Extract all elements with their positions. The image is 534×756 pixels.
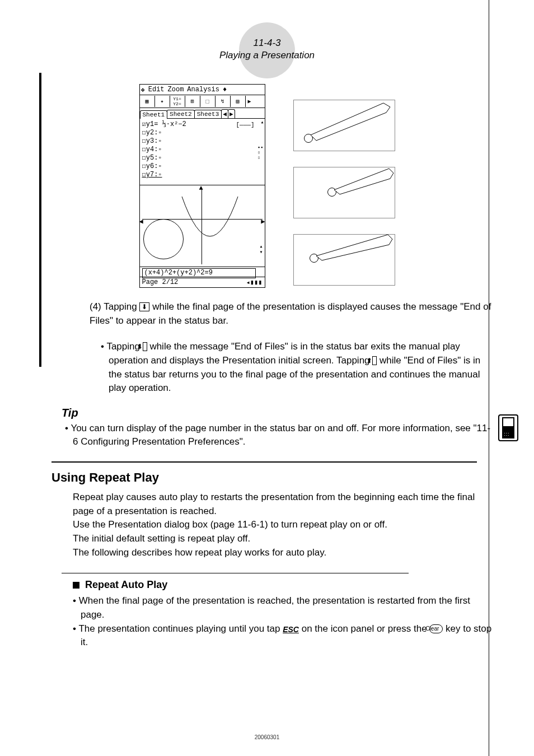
section-divider xyxy=(51,461,477,463)
graph-circle xyxy=(143,219,184,259)
menu-edit: Edit xyxy=(148,86,165,94)
content-left-bar xyxy=(39,73,41,367)
auto-b1: When the final page of the presentation … xyxy=(79,595,470,620)
toolbar-more-arrow-icon: ▶ xyxy=(246,96,254,107)
tip-heading: Tip xyxy=(62,407,495,419)
repeat-p1: Repeat play causes auto play to restarts… xyxy=(73,491,495,518)
status-page: Page 2/12 xyxy=(142,278,179,286)
auto-b2a: The presentation continues playing until… xyxy=(78,623,283,634)
equation-list: ☑y1= ⅓·x²−2 [———] ☐y2:▫ ☐y3:▫ ☐y4:▫ ☐y5:… xyxy=(140,119,265,185)
tool-icon-5: ⬚ xyxy=(200,96,216,107)
tool-icon-4: ⊞ xyxy=(185,96,200,107)
svg-marker-2 xyxy=(316,235,392,260)
step-4-bullet: • Tapping ⬇ while the message "End of Fi… xyxy=(101,340,495,395)
repeat-p2: Use the Presentation dialog box (page 11… xyxy=(73,518,495,532)
repeat-auto-heading-text: Repeat Auto Play xyxy=(85,579,167,590)
clear-key-icon: Clear xyxy=(429,624,443,634)
tab-sheet1: Sheet1 xyxy=(140,110,168,119)
esc-icon: ESC xyxy=(283,625,299,634)
scroll-up-icon: ▴ xyxy=(260,120,264,125)
eq-y1-style-icon: [———] xyxy=(236,121,254,129)
eq-y7: ☐y7:▫ xyxy=(142,171,263,179)
tool-icon-1: ▦ xyxy=(140,96,155,107)
repeat-auto-play-heading: Repeat Auto Play xyxy=(73,579,495,591)
tip-block: Tip • You can turn display of the page n… xyxy=(62,407,495,449)
tool-icon-2: ✦ xyxy=(155,96,170,107)
tool-icon-3: Y1=Y2= xyxy=(170,96,185,107)
header-page-ref: 11-4-3 xyxy=(39,37,495,49)
eq-y3: ☐y3:▫ xyxy=(142,137,263,146)
subsection-divider xyxy=(62,573,409,573)
tab-nav-right-icon: ▶ xyxy=(228,109,235,118)
menu-analysis: Analysis xyxy=(187,86,219,94)
page-header: 11-4-3 Playing a Presentation xyxy=(39,17,495,67)
pen-diagrams xyxy=(293,84,395,288)
page-right-rule xyxy=(489,0,489,756)
auto-b2b: on the icon panel or press the xyxy=(299,623,429,634)
graph-area: ◀ ▶ ▲ ▴▾ xyxy=(140,185,265,267)
down-arrow-icon: ⬇ xyxy=(143,342,147,351)
eq-y2: ☐y2:▫ xyxy=(142,129,263,137)
footer-code: 20060301 xyxy=(0,734,534,740)
svg-marker-1 xyxy=(334,169,394,194)
battery-icon: ◂▮▮▮ xyxy=(246,278,263,287)
pen-tap-statusbar xyxy=(293,234,395,286)
calc-tabs: Sheet1 Sheet2 Sheet3 ◀ ▶ xyxy=(140,108,265,119)
calc-toolbar: ▦ ✦ Y1=Y2= ⊞ ⬚ ↯ ▨ ▶ xyxy=(140,95,265,108)
pen-tap-scroll-arrow xyxy=(293,167,395,218)
pen-tap-page-arrow xyxy=(293,100,395,151)
margin-tab-icon: ::: xyxy=(498,414,518,441)
auto-play-bullets: • When the final page of the presentatio… xyxy=(73,594,495,650)
using-repeat-play-heading: Using Repeat Play xyxy=(51,470,495,485)
graph-parabola xyxy=(179,192,241,248)
tool-icon-6: ↯ xyxy=(216,96,231,107)
header-title: Playing a Presentation xyxy=(39,49,495,62)
repeat-p4: The following describes how repeat play … xyxy=(73,546,495,560)
figure-row: ❖ Edit Zoom Analysis ♦ ▦ ✦ Y1=Y2= ⊞ ⬚ ↯ … xyxy=(39,84,495,288)
square-bullet-icon xyxy=(73,582,79,589)
graph-scroll-split-icon: ▴▾ xyxy=(259,244,263,255)
tab-sheet3: Sheet3 xyxy=(194,110,222,118)
repeat-p3: The initial default setting is repeat pl… xyxy=(73,532,495,546)
eq-y4: ☐y4:▫ xyxy=(142,146,263,154)
tool-icon-7: ▨ xyxy=(231,96,246,107)
menu-clover-icon: ❖ xyxy=(141,86,145,94)
eq-y5: ☐y5:▫ xyxy=(142,154,263,162)
calc-status-bar: Page 2/12 ◂▮▮▮ xyxy=(140,277,265,287)
calculator-screenshot: ❖ Edit Zoom Analysis ♦ ▦ ✦ Y1=Y2= ⊞ ⬚ ↯ … xyxy=(139,84,265,288)
menu-arrows-icon: ♦ xyxy=(223,86,227,94)
eq-y6: ☐y6:▫ xyxy=(142,162,263,171)
menu-zoom: Zoom xyxy=(168,86,184,94)
calc-menubar: ❖ Edit Zoom Analysis ♦ xyxy=(140,85,265,95)
step4-rest: while the final page of the presentation… xyxy=(90,301,491,326)
step-4-text: (4) Tapping ⬇ while the final page of th… xyxy=(90,300,495,328)
tip-text: You can turn display of the page number … xyxy=(71,423,490,447)
down-arrow-icon: ⬇ xyxy=(139,302,149,311)
resize-handle-icon: ▪▪⇧⇩ xyxy=(257,146,264,161)
svg-marker-0 xyxy=(311,103,390,141)
tab-sheet2: Sheet2 xyxy=(167,110,195,118)
step4-lead: (4) Tapping xyxy=(90,301,139,312)
repeat-play-body: Repeat play causes auto play to restarts… xyxy=(73,491,495,559)
